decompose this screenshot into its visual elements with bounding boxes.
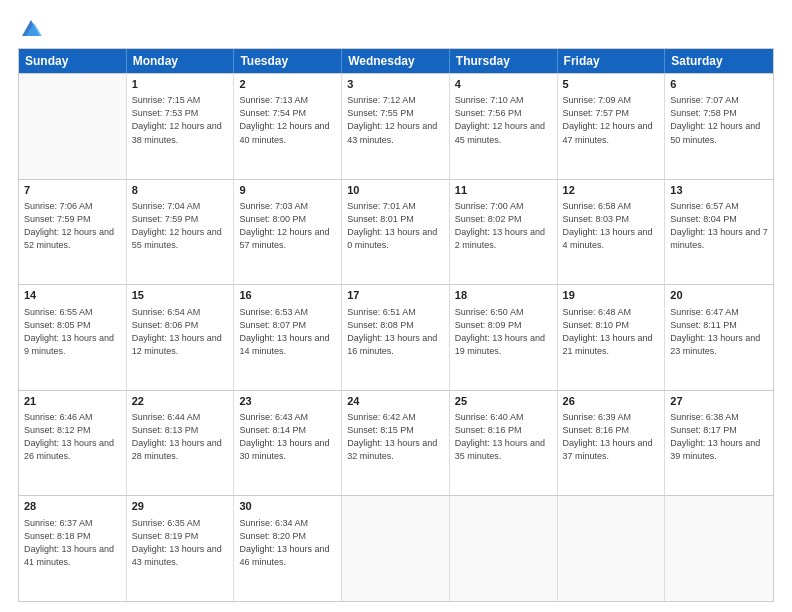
day-number: 26 [563, 394, 660, 409]
day-cell: 10Sunrise: 7:01 AMSunset: 8:01 PMDayligh… [342, 180, 450, 285]
sun-info: Sunrise: 7:06 AMSunset: 7:59 PMDaylight:… [24, 200, 121, 252]
day-number: 19 [563, 288, 660, 303]
day-cell: 28Sunrise: 6:37 AMSunset: 8:18 PMDayligh… [19, 496, 127, 601]
sun-info: Sunrise: 6:58 AMSunset: 8:03 PMDaylight:… [563, 200, 660, 252]
day-number: 4 [455, 77, 552, 92]
sun-info: Sunrise: 6:40 AMSunset: 8:16 PMDaylight:… [455, 411, 552, 463]
day-cell: 16Sunrise: 6:53 AMSunset: 8:07 PMDayligh… [234, 285, 342, 390]
sun-info: Sunrise: 7:03 AMSunset: 8:00 PMDaylight:… [239, 200, 336, 252]
day-number: 9 [239, 183, 336, 198]
weekday-header: Friday [558, 49, 666, 73]
day-number: 24 [347, 394, 444, 409]
day-cell: 12Sunrise: 6:58 AMSunset: 8:03 PMDayligh… [558, 180, 666, 285]
day-number: 15 [132, 288, 229, 303]
day-number: 7 [24, 183, 121, 198]
sun-info: Sunrise: 6:39 AMSunset: 8:16 PMDaylight:… [563, 411, 660, 463]
empty-cell [665, 496, 773, 601]
day-number: 6 [670, 77, 768, 92]
day-number: 12 [563, 183, 660, 198]
day-cell: 18Sunrise: 6:50 AMSunset: 8:09 PMDayligh… [450, 285, 558, 390]
day-number: 14 [24, 288, 121, 303]
day-number: 25 [455, 394, 552, 409]
calendar-row: 1Sunrise: 7:15 AMSunset: 7:53 PMDaylight… [19, 73, 773, 179]
day-number: 8 [132, 183, 229, 198]
day-cell: 15Sunrise: 6:54 AMSunset: 8:06 PMDayligh… [127, 285, 235, 390]
calendar-body: 1Sunrise: 7:15 AMSunset: 7:53 PMDaylight… [19, 73, 773, 601]
day-cell: 9Sunrise: 7:03 AMSunset: 8:00 PMDaylight… [234, 180, 342, 285]
day-number: 28 [24, 499, 121, 514]
day-cell: 25Sunrise: 6:40 AMSunset: 8:16 PMDayligh… [450, 391, 558, 496]
empty-cell [19, 74, 127, 179]
sun-info: Sunrise: 6:54 AMSunset: 8:06 PMDaylight:… [132, 306, 229, 358]
day-number: 3 [347, 77, 444, 92]
weekday-header: Sunday [19, 49, 127, 73]
sun-info: Sunrise: 7:07 AMSunset: 7:58 PMDaylight:… [670, 94, 768, 146]
day-cell: 14Sunrise: 6:55 AMSunset: 8:05 PMDayligh… [19, 285, 127, 390]
day-cell: 8Sunrise: 7:04 AMSunset: 7:59 PMDaylight… [127, 180, 235, 285]
sun-info: Sunrise: 6:44 AMSunset: 8:13 PMDaylight:… [132, 411, 229, 463]
day-cell: 13Sunrise: 6:57 AMSunset: 8:04 PMDayligh… [665, 180, 773, 285]
day-cell: 6Sunrise: 7:07 AMSunset: 7:58 PMDaylight… [665, 74, 773, 179]
sun-info: Sunrise: 7:12 AMSunset: 7:55 PMDaylight:… [347, 94, 444, 146]
day-number: 18 [455, 288, 552, 303]
day-cell: 20Sunrise: 6:47 AMSunset: 8:11 PMDayligh… [665, 285, 773, 390]
day-number: 13 [670, 183, 768, 198]
day-number: 30 [239, 499, 336, 514]
day-cell: 3Sunrise: 7:12 AMSunset: 7:55 PMDaylight… [342, 74, 450, 179]
day-cell: 23Sunrise: 6:43 AMSunset: 8:14 PMDayligh… [234, 391, 342, 496]
day-cell: 27Sunrise: 6:38 AMSunset: 8:17 PMDayligh… [665, 391, 773, 496]
sun-info: Sunrise: 6:57 AMSunset: 8:04 PMDaylight:… [670, 200, 768, 252]
day-number: 11 [455, 183, 552, 198]
day-number: 2 [239, 77, 336, 92]
day-cell: 17Sunrise: 6:51 AMSunset: 8:08 PMDayligh… [342, 285, 450, 390]
day-number: 27 [670, 394, 768, 409]
sun-info: Sunrise: 7:00 AMSunset: 8:02 PMDaylight:… [455, 200, 552, 252]
empty-cell [450, 496, 558, 601]
day-number: 20 [670, 288, 768, 303]
day-cell: 1Sunrise: 7:15 AMSunset: 7:53 PMDaylight… [127, 74, 235, 179]
sun-info: Sunrise: 6:46 AMSunset: 8:12 PMDaylight:… [24, 411, 121, 463]
calendar-row: 21Sunrise: 6:46 AMSunset: 8:12 PMDayligh… [19, 390, 773, 496]
sun-info: Sunrise: 7:13 AMSunset: 7:54 PMDaylight:… [239, 94, 336, 146]
sun-info: Sunrise: 6:53 AMSunset: 8:07 PMDaylight:… [239, 306, 336, 358]
day-cell: 21Sunrise: 6:46 AMSunset: 8:12 PMDayligh… [19, 391, 127, 496]
day-cell: 24Sunrise: 6:42 AMSunset: 8:15 PMDayligh… [342, 391, 450, 496]
weekday-header: Saturday [665, 49, 773, 73]
day-number: 29 [132, 499, 229, 514]
day-cell: 4Sunrise: 7:10 AMSunset: 7:56 PMDaylight… [450, 74, 558, 179]
sun-info: Sunrise: 6:34 AMSunset: 8:20 PMDaylight:… [239, 517, 336, 569]
day-cell: 19Sunrise: 6:48 AMSunset: 8:10 PMDayligh… [558, 285, 666, 390]
empty-cell [342, 496, 450, 601]
sun-info: Sunrise: 6:50 AMSunset: 8:09 PMDaylight:… [455, 306, 552, 358]
calendar: SundayMondayTuesdayWednesdayThursdayFrid… [18, 48, 774, 602]
day-cell: 7Sunrise: 7:06 AMSunset: 7:59 PMDaylight… [19, 180, 127, 285]
day-number: 10 [347, 183, 444, 198]
logo-icon [20, 18, 42, 40]
sun-info: Sunrise: 7:15 AMSunset: 7:53 PMDaylight:… [132, 94, 229, 146]
sun-info: Sunrise: 6:37 AMSunset: 8:18 PMDaylight:… [24, 517, 121, 569]
calendar-row: 7Sunrise: 7:06 AMSunset: 7:59 PMDaylight… [19, 179, 773, 285]
day-number: 23 [239, 394, 336, 409]
sun-info: Sunrise: 6:48 AMSunset: 8:10 PMDaylight:… [563, 306, 660, 358]
calendar-row: 28Sunrise: 6:37 AMSunset: 8:18 PMDayligh… [19, 495, 773, 601]
weekday-header: Monday [127, 49, 235, 73]
sun-info: Sunrise: 6:47 AMSunset: 8:11 PMDaylight:… [670, 306, 768, 358]
sun-info: Sunrise: 7:04 AMSunset: 7:59 PMDaylight:… [132, 200, 229, 252]
sun-info: Sunrise: 6:55 AMSunset: 8:05 PMDaylight:… [24, 306, 121, 358]
calendar-header: SundayMondayTuesdayWednesdayThursdayFrid… [19, 49, 773, 73]
sun-info: Sunrise: 6:51 AMSunset: 8:08 PMDaylight:… [347, 306, 444, 358]
empty-cell [558, 496, 666, 601]
sun-info: Sunrise: 6:42 AMSunset: 8:15 PMDaylight:… [347, 411, 444, 463]
header [18, 18, 774, 40]
calendar-row: 14Sunrise: 6:55 AMSunset: 8:05 PMDayligh… [19, 284, 773, 390]
day-number: 22 [132, 394, 229, 409]
day-number: 21 [24, 394, 121, 409]
day-number: 16 [239, 288, 336, 303]
day-cell: 30Sunrise: 6:34 AMSunset: 8:20 PMDayligh… [234, 496, 342, 601]
day-cell: 5Sunrise: 7:09 AMSunset: 7:57 PMDaylight… [558, 74, 666, 179]
day-cell: 29Sunrise: 6:35 AMSunset: 8:19 PMDayligh… [127, 496, 235, 601]
weekday-header: Thursday [450, 49, 558, 73]
sun-info: Sunrise: 7:01 AMSunset: 8:01 PMDaylight:… [347, 200, 444, 252]
day-number: 5 [563, 77, 660, 92]
weekday-header: Tuesday [234, 49, 342, 73]
